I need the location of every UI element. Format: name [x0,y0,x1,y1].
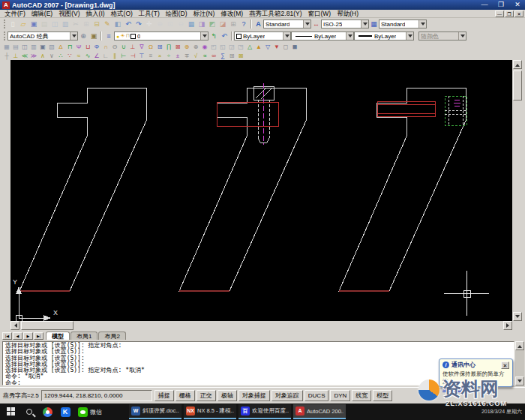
doc-minimize-button[interactable]: — [495,10,504,17]
linetype-combo[interactable]: ByLayer [291,32,354,40]
dim-style-combo[interactable]: ISO-25 [321,20,369,28]
zoom-window-icon[interactable]: ⊡ [165,20,176,29]
menu-item[interactable]: 文件(F) [2,10,28,18]
block-editor-icon[interactable]: ◧ [112,20,123,29]
properties-icon[interactable]: ▦ [186,20,196,29]
part-outline[interactable] [20,88,146,291]
lineweight-combo[interactable]: ByLayer [354,32,414,40]
sheet-set-manager-icon[interactable]: ◪ [218,20,228,29]
tab-nav-button[interactable]: ▶| [34,332,44,340]
yanxiu-tool-icon[interactable]: ∨ [47,52,56,60]
yanxiu-tool-icon[interactable]: ∓ [182,52,191,60]
yanxiu-tool-icon[interactable]: ÷ [164,52,173,60]
yanxiu-tool-icon[interactable]: ▥ [29,43,38,51]
menu-item[interactable]: 标注(N) [190,10,218,18]
tool-palettes-icon[interactable]: ◩ [207,20,218,29]
k-app-taskbar-button[interactable]: K [57,404,74,419]
scroll-right-button[interactable] [503,321,512,330]
layer-color-chip[interactable] [130,34,136,39]
make-layer-current-icon[interactable]: ↰ [208,32,219,41]
zoom-realtime-icon[interactable]: ⊕ [154,20,165,29]
screw-side-view[interactable] [445,96,466,125]
save-workspace-icon[interactable]: ▣ [88,32,99,41]
yanxiu-tool-icon[interactable]: ≪ [20,52,29,60]
yanxiu-tool-icon[interactable]: Θ [110,43,119,51]
yanxiu-tool-icon[interactable]: Φ [92,43,101,51]
yanxiu-tool-icon[interactable]: ▽ [263,43,272,51]
yanxiu-tool-icon[interactable]: ⊥ [128,43,137,51]
yanxiu-tool-icon[interactable]: ◫ [20,43,29,51]
yanxiu-tool-icon[interactable]: ⊤ [137,52,146,60]
yanxiu-tool-icon[interactable]: ∑ [218,52,227,60]
combo-arrow-icon[interactable] [70,32,77,40]
cad-part-right[interactable] [339,88,466,291]
layer-thaw-sun-icon[interactable]: ☀ [120,33,124,39]
redo-icon[interactable]: ↷ [134,20,144,29]
yanxiu-tool-icon[interactable]: Δ [56,43,65,51]
yanxiu-tool-icon[interactable]: Ω [146,43,155,51]
yanxiu-tool-icon[interactable]: ⊕ [182,43,191,51]
yanxiu-tool-icon[interactable]: ∥ [110,52,119,60]
vertical-scroll-thumb[interactable] [513,70,522,100]
toolbar-grip[interactable] [4,20,6,28]
taskbar-clock[interactable]: 2018/3/24 星期六 [482,408,522,416]
layer-combo[interactable]: ● ☀ ⊓ 0 [114,32,208,40]
combo-arrow-icon[interactable] [303,20,310,28]
yanxiu-tool-icon[interactable]: ◼ [290,43,299,51]
tab-nav-button[interactable]: ◀ [13,332,22,340]
qnew-icon[interactable]: ▯ [8,20,18,29]
combo-arrow-icon[interactable] [418,20,426,28]
horizontal-scrollbar[interactable] [10,321,512,331]
popup-link[interactable]: 单击此处。 [442,386,471,392]
menu-item[interactable]: 窗口(W) [304,10,334,18]
scroll-up-button[interactable] [513,60,522,69]
selected-band-red-rect[interactable] [377,101,435,116]
yanxiu-tool-icon[interactable]: ⊓ [65,43,74,51]
yanxiu-tool-icon[interactable]: ∴ [56,52,65,60]
minimize-button[interactable]: — [479,0,490,10]
status-toggle-button[interactable]: DUCS [304,390,329,401]
yanxiu-tool-icon[interactable]: ⊥ [11,52,20,60]
table-style-icon[interactable]: ▦ [369,20,379,28]
yanxiu-tool-icon[interactable]: ◲ [227,43,236,51]
plot-preview-icon[interactable]: ◫ [50,20,60,29]
yanxiu-tool-icon[interactable]: ∠ [92,52,101,60]
scroll-left-button[interactable] [10,321,20,330]
yanxiu-tool-icon[interactable]: ▧ [47,43,56,51]
part-outline[interactable] [339,88,466,291]
pan-icon[interactable]: ✛ [144,20,154,29]
start-button[interactable] [3,404,20,419]
yanxiu-tool-icon[interactable]: ⊠ [173,43,182,51]
tab-nav-button[interactable]: ▶ [23,332,33,340]
layer-unlock-icon[interactable]: ⊓ [126,33,130,39]
status-toggle-button[interactable]: 线宽 [352,390,371,401]
workspace-combo[interactable]: AutoCAD 经典 [8,32,78,40]
status-toggle-button[interactable]: 栅格 [176,390,195,401]
chrome-taskbar-button[interactable] [39,404,56,419]
doc-close-button[interactable]: ✕ [514,10,524,17]
combo-arrow-icon[interactable] [406,32,413,40]
status-toggle-button[interactable]: 对象捕捉 [238,390,270,401]
scroll-up-button[interactable] [515,341,524,350]
yanxiu-tool-icon[interactable]: ∞ [209,52,218,60]
yanxiu-tool-icon[interactable]: ▦ [2,43,11,51]
text-style-icon[interactable]: A [254,20,263,28]
scroll-down-button[interactable] [515,376,524,386]
status-toggle-button[interactable]: 对象追踪 [272,390,303,401]
screw-front-view[interactable] [254,83,274,145]
publish-icon[interactable]: ▥ [60,20,70,29]
yanxiu-tool-icon[interactable]: ∟ [101,52,110,60]
horizontal-scroll-thumb[interactable] [21,321,74,330]
yanxiu-tool-icon[interactable]: ⊞ [227,52,236,60]
help-icon[interactable]: ? [238,20,249,29]
yanxiu-tool-icon[interactable]: ≡ [146,52,155,60]
open-folder-icon[interactable]: ▱ [18,20,28,29]
menu-item[interactable]: 修改(M) [218,10,246,18]
undo-icon[interactable]: ↶ [123,20,134,29]
yanxiu-tool-icon[interactable]: ◉ [200,43,209,51]
menu-item[interactable]: 编辑(E) [28,10,56,18]
doc-restore-button[interactable]: ❐ [505,10,514,17]
coordinate-readout[interactable]: 1209.9444, 218.8210, 0.0000 [41,390,152,401]
menu-item[interactable]: 视图(V) [56,10,82,18]
designcenter-icon[interactable]: ◨ [196,20,207,29]
